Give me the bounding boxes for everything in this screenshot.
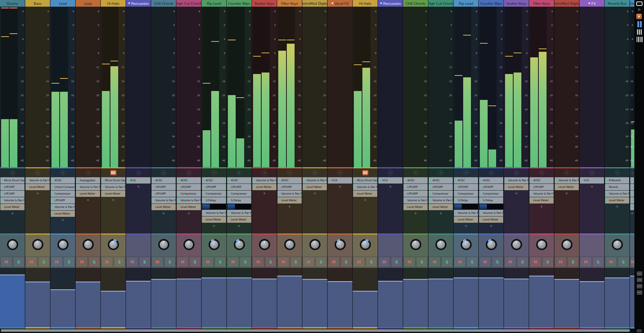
volume-fader[interactable]	[353, 268, 378, 327]
fader-handle[interactable]	[630, 276, 634, 276]
mute-button[interactable]: M	[227, 257, 239, 267]
add-device-button[interactable]: +	[353, 197, 378, 203]
device-volume-pan-plugin[interactable]: Volume & Pan Plugin	[101, 184, 125, 190]
mute-button[interactable]: M	[605, 257, 617, 267]
device-vca[interactable]: VCA	[580, 177, 604, 184]
device-4osc[interactable]: 4OSC	[479, 177, 503, 184]
pan-knob[interactable]	[259, 239, 270, 250]
solo-button[interactable]: S	[63, 257, 75, 267]
add-device-button[interactable]: +	[126, 184, 151, 190]
device-vol[interactable]: Vol	[630, 197, 634, 204]
track-header[interactable]: Chill Chords	[151, 0, 176, 7]
device-lpf-hpf[interactable]: LPF/HPF	[454, 184, 478, 190]
track-header[interactable]: Filter Keys	[277, 0, 302, 7]
device-level-meter[interactable]: Level Meter	[278, 197, 302, 204]
fader-handle[interactable]	[50, 289, 75, 290]
device-volume-pan-plugin[interactable]: Volume & Pan Plugin	[76, 184, 100, 190]
add-device-button[interactable]: +	[252, 191, 277, 196]
display-toggle-icon[interactable]	[636, 1, 643, 6]
add-device-button[interactable]: +	[227, 223, 252, 229]
fader-handle[interactable]	[176, 279, 201, 279]
track-header[interactable]: De	[630, 0, 634, 7]
volume-fader[interactable]	[580, 268, 604, 327]
device-compressor[interactable]: Compressor	[177, 191, 201, 197]
device-lpf-hpf[interactable]: LPF/HPF	[0, 184, 24, 190]
track-header[interactable]: Filter Keys	[529, 0, 554, 7]
mute-button[interactable]: M	[555, 257, 567, 267]
pan-knob[interactable]	[360, 239, 371, 250]
solo-button[interactable]: S	[265, 257, 277, 267]
rail-lower-icon-4[interactable]	[637, 290, 642, 295]
add-device-button[interactable]: +	[76, 197, 100, 203]
track-header[interactable]: ✱Percussion	[126, 0, 151, 7]
track-header[interactable]: ✱Percussion	[378, 0, 403, 7]
pan-knob[interactable]	[234, 239, 245, 250]
mute-button[interactable]: M	[530, 257, 541, 267]
rail-lower-icon-3[interactable]	[637, 284, 642, 288]
pan-knob[interactable]	[7, 239, 18, 250]
mute-button[interactable]: M	[630, 257, 635, 267]
pan-knob[interactable]	[435, 239, 447, 250]
device-volume-pan-plugin[interactable]: Volume & Pan Plugin	[303, 177, 327, 184]
fader-handle[interactable]	[151, 279, 176, 280]
device-s-delay[interactable]: S:Delay	[202, 197, 226, 204]
track-header[interactable]: Chill Chords	[403, 0, 428, 7]
device-4osc[interactable]: 4OSC	[530, 177, 554, 184]
pan-knob[interactable]	[32, 239, 43, 250]
device-compressor[interactable]: Compressor	[202, 191, 226, 197]
device-level-meter[interactable]: Level Meter	[26, 184, 50, 190]
mute-button[interactable]: M	[328, 257, 340, 267]
solo-button[interactable]: S	[517, 257, 529, 267]
device-level-meter[interactable]: Level Meter	[0, 204, 24, 210]
device-volume-pan-plugin[interactable]: Volume & Pan Plugin	[152, 197, 176, 204]
track-header[interactable]: High Cut Chords	[428, 0, 453, 7]
solo-button[interactable]: S	[341, 257, 352, 267]
device-reverb[interactable]: Reverb	[605, 184, 629, 190]
fader-handle[interactable]	[76, 282, 100, 282]
pan-knob[interactable]	[335, 239, 346, 250]
device-volume-pan-plugin[interactable]: Volume & Pan Plugin	[177, 197, 201, 204]
device-volume-pan-plugin[interactable]: Volume & Pan Plugin	[252, 177, 276, 184]
drum-pad-icon[interactable]	[636, 14, 643, 19]
pan-knob[interactable]	[511, 239, 522, 250]
device-4osc[interactable]: 4OSC	[51, 177, 75, 184]
fader-handle[interactable]	[0, 275, 25, 275]
fader-handle[interactable]	[378, 281, 403, 282]
device-arpeggiator[interactable]: Arpeggiator	[76, 177, 100, 184]
pan-knob[interactable]	[561, 239, 572, 250]
add-device-button[interactable]: +	[378, 184, 403, 190]
volume-fader[interactable]	[227, 268, 252, 327]
device-level-meter[interactable]: Level Meter	[429, 204, 453, 210]
device-micro-drum-sampler[interactable]: Micro Drum Sampler	[101, 177, 125, 184]
device-level-meter[interactable]: Level Meter	[454, 216, 478, 223]
scrollbar-thumb[interactable]	[1, 329, 630, 332]
device-s-delay[interactable]: S:Delay	[479, 197, 503, 204]
track-header[interactable]: ✱Vocal FX	[328, 0, 352, 7]
arrow-icon[interactable]	[638, 8, 641, 11]
device-volume-pan-plugin[interactable]: Volume & Pan Plugin	[530, 191, 554, 197]
track-header[interactable]: Hi-Hats	[353, 0, 378, 7]
fader-handle[interactable]	[554, 279, 579, 280]
device-4osc[interactable]: 4OSC	[227, 177, 251, 184]
track-header[interactable]: Hi-Hats	[101, 0, 126, 7]
device-level-meter[interactable]: Level Meter	[252, 184, 276, 190]
volume-fader[interactable]	[378, 268, 403, 327]
device-level-meter[interactable]: Level Meter	[353, 191, 377, 197]
device-volume-pan-plugin[interactable]: Volume & Pan Plugin	[504, 177, 528, 184]
device-lpf-hpf[interactable]: LPF/HPF	[152, 191, 176, 197]
volume-fader[interactable]	[479, 268, 504, 327]
add-device-button[interactable]: +	[403, 211, 428, 216]
track-header[interactable]: Reverb Bus	[605, 0, 630, 7]
mute-button[interactable]: M	[101, 257, 113, 267]
device-lpf-hpf[interactable]: LPF/HPF	[429, 184, 453, 190]
pan-knob[interactable]	[209, 239, 220, 250]
solo-button[interactable]: S	[315, 257, 327, 267]
quad-strips-icon[interactable]	[636, 37, 643, 42]
solo-button[interactable]: S	[114, 257, 126, 267]
device-level-meter[interactable]: Level Meter	[479, 216, 503, 223]
volume-fader[interactable]	[328, 268, 352, 327]
rail-lower-icon-1[interactable]	[637, 272, 642, 276]
volume-fader[interactable]	[151, 268, 176, 327]
add-device-button[interactable]: +	[202, 223, 226, 229]
device-4osc[interactable]: 4OSC	[278, 177, 302, 184]
